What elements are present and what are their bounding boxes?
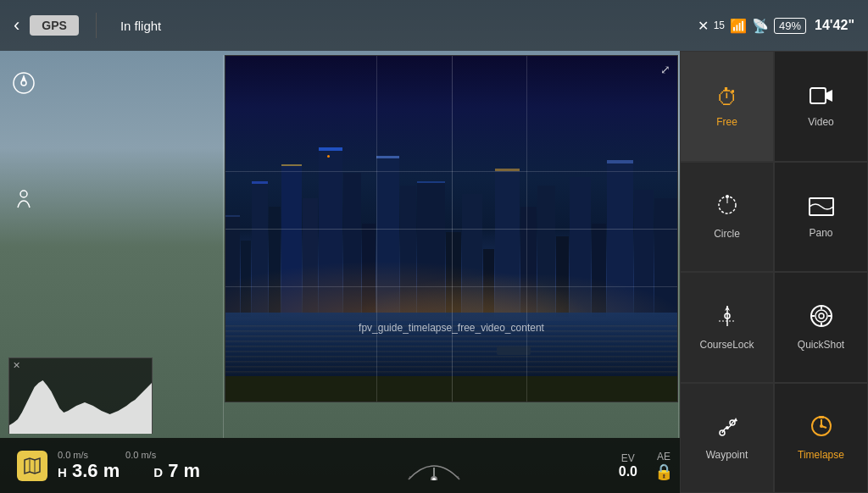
d-speed-label: 0.0 m/s (125, 450, 156, 460)
svg-marker-14 (826, 90, 832, 102)
svg-point-25 (819, 313, 824, 319)
boat (497, 346, 531, 355)
camera-view: fpv_guide_timelapse_free_video_content ⤢ (225, 55, 678, 402)
panel-item-circle[interactable]: Circle (680, 162, 774, 273)
courselock-label: CourseLock (699, 339, 754, 351)
battery-indicator: 49% (774, 18, 806, 34)
header-right: ✕ 15 📶 📡 49% 14'42" (698, 18, 854, 34)
telemetry-display: 0.0 m/s 0.0 m/s H 3.6 m D 7 m (58, 450, 200, 482)
position-row: H 3.6 m D 7 m (58, 460, 200, 482)
panel-item-courselock[interactable]: CourseLock (680, 272, 774, 383)
free-icon: ⏱ (716, 85, 738, 111)
panel-item-timelapse[interactable]: Timelapse (774, 383, 868, 494)
status-icons: ✕ 15 📶 📡 49% (698, 18, 806, 34)
person-icon[interactable] (8, 183, 39, 213)
navigation-icon[interactable] (8, 68, 39, 98)
wifi-icon: 📡 (752, 18, 769, 34)
pano-icon (809, 195, 834, 222)
svg-point-24 (815, 310, 827, 322)
compass (404, 451, 464, 480)
d-value: 7 m (168, 460, 200, 481)
free-label: Free (716, 116, 737, 128)
histogram-panel: ✕ (8, 357, 153, 434)
ev-ae-controls: EV 0.0 AE 🔒 (619, 438, 673, 493)
waypoint-label: Waypoint (706, 449, 748, 461)
panel-item-pano[interactable]: Pano (774, 162, 868, 273)
timelapse-icon (810, 414, 833, 444)
back-button[interactable]: ‹ (14, 14, 19, 36)
battery-value: 49 (779, 19, 791, 32)
watermark-text: fpv_guide_timelapse_free_video_content (359, 322, 544, 334)
courselock-icon (715, 304, 739, 334)
ae-lock-icon[interactable]: 🔒 (654, 463, 673, 481)
circle-icon (715, 193, 739, 223)
signal-cross-icon: ✕ (698, 18, 709, 34)
center-hline (225, 229, 677, 230)
right-panel: ⏱ Free Video Circle Pa (680, 51, 868, 493)
panel-item-free[interactable]: ⏱ Free (680, 51, 774, 162)
svg-rect-39 (819, 416, 824, 418)
svg-point-16 (726, 195, 729, 198)
waypoint-icon (715, 414, 739, 444)
timelapse-label: Timelapse (798, 449, 844, 461)
quickshot-icon (810, 304, 833, 334)
svg-rect-13 (810, 88, 826, 103)
h-label: H 3.6 m (58, 460, 120, 482)
left-margin-line (223, 55, 224, 438)
expand-icon[interactable]: ⤢ (660, 63, 670, 76)
quickshot-label: QuickShot (798, 339, 844, 351)
camera-image: fpv_guide_timelapse_free_video_content ⤢ (225, 56, 677, 402)
time-display: 14'42" (815, 18, 854, 33)
svg-marker-4 (9, 380, 152, 434)
cell-signal-icon: 📶 (730, 18, 747, 34)
map-button[interactable] (17, 451, 47, 481)
header-left: ‹ GPS In flight (14, 13, 161, 38)
histogram-graph (9, 370, 152, 434)
left-overlay-controls (8, 68, 39, 213)
svg-point-38 (820, 424, 823, 428)
ae-label: AE (657, 451, 670, 463)
compass-area (328, 438, 540, 493)
header-bar: ‹ GPS In flight ✕ 15 📶 📡 49% 14'42" (0, 0, 868, 51)
gps-status: GPS (30, 15, 79, 36)
panel-item-waypoint[interactable]: Waypoint (680, 383, 774, 494)
svg-point-3 (20, 191, 27, 197)
h-value: 3.6 m (72, 460, 120, 481)
svg-point-2 (21, 80, 26, 86)
signal-bars: 15 (714, 19, 725, 31)
video-label: Video (808, 116, 833, 128)
ev-label: EV (621, 452, 635, 464)
ev-value: 0.0 (619, 464, 637, 479)
panel-item-video[interactable]: Video (774, 51, 868, 162)
h-speed-label: 0.0 m/s (58, 450, 88, 460)
ae-control[interactable]: AE 🔒 (654, 451, 673, 481)
pano-label: Pano (809, 227, 832, 239)
svg-marker-5 (25, 458, 40, 474)
header-divider (96, 13, 97, 38)
circle-label: Circle (714, 228, 740, 240)
right-margin-line (678, 55, 679, 438)
ev-control[interactable]: EV 0.0 (619, 452, 637, 479)
video-icon (810, 85, 833, 111)
speed-row: 0.0 m/s 0.0 m/s (58, 450, 200, 460)
d-label: D 7 m (153, 460, 200, 482)
flight-status: In flight (120, 19, 161, 33)
panel-item-quickshot[interactable]: QuickShot (774, 272, 868, 383)
